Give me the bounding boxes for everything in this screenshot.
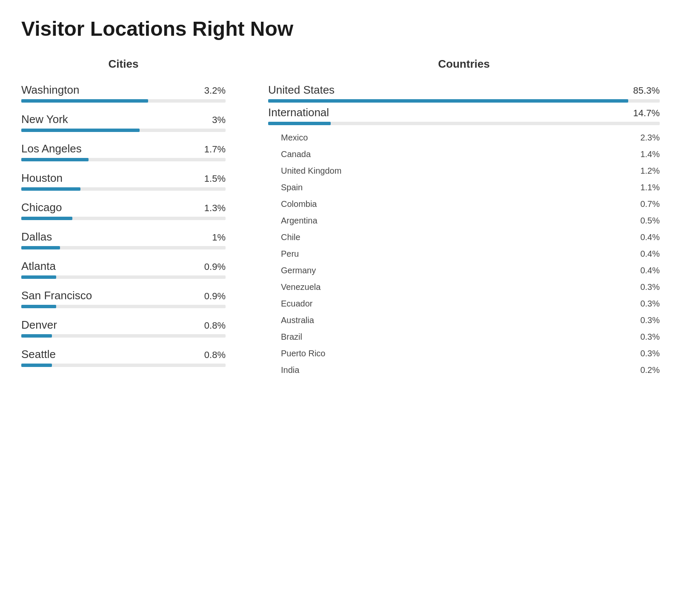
sub-country-item: Brazil 0.3%	[281, 329, 660, 345]
sub-country-item: India 0.2%	[281, 362, 660, 378]
sub-country-name: Mexico	[281, 133, 308, 143]
city-pct: 0.9%	[204, 261, 226, 272]
city-name: Seattle	[21, 348, 56, 361]
city-name: Atlanta	[21, 260, 56, 273]
city-name: New York	[21, 113, 68, 126]
city-name: Washington	[21, 83, 79, 97]
bar-track	[21, 246, 226, 249]
sub-country-pct: 0.4%	[640, 232, 660, 242]
city-name: Chicago	[21, 201, 62, 214]
sub-country-pct: 0.2%	[640, 365, 660, 375]
sub-country-pct: 1.4%	[640, 149, 660, 159]
cities-header: Cities	[21, 57, 226, 71]
city-item: New York 3%	[21, 113, 226, 132]
bar-fill	[21, 99, 148, 103]
country-name: United States	[268, 83, 335, 97]
city-name: Denver	[21, 318, 57, 332]
city-name: San Francisco	[21, 289, 92, 302]
bar-track	[21, 99, 226, 103]
sub-country-pct: 0.3%	[640, 282, 660, 292]
country-name: International	[268, 106, 329, 119]
cities-list: Washington 3.2% New York 3% Los Angeles …	[21, 83, 226, 367]
bar-track	[21, 275, 226, 279]
sub-country-pct: 0.4%	[640, 249, 660, 259]
sub-country-name: Australia	[281, 315, 314, 325]
city-item: Chicago 1.3%	[21, 201, 226, 220]
sub-country-item: Colombia 0.7%	[281, 196, 660, 212]
sub-country-pct: 2.3%	[640, 133, 660, 143]
city-pct: 1.3%	[204, 203, 226, 214]
bar-track	[21, 217, 226, 220]
bar-fill	[21, 217, 72, 220]
sub-country-item: Peru 0.4%	[281, 246, 660, 262]
sub-country-name: Ecuador	[281, 299, 313, 309]
city-pct: 0.8%	[204, 320, 226, 331]
sub-country-name: Venezuela	[281, 282, 320, 292]
cities-column: Cities Washington 3.2% New York 3% Los A…	[21, 57, 243, 377]
bar-fill	[21, 129, 140, 132]
country-pct: 85.3%	[633, 85, 660, 96]
bar-track	[268, 122, 660, 125]
sub-country-name: Canada	[281, 149, 311, 159]
sub-country-name: Puerto Rico	[281, 349, 326, 358]
countries-header: Countries	[268, 57, 660, 71]
bar-fill	[268, 122, 331, 125]
sub-country-name: India	[281, 365, 299, 375]
bar-fill	[21, 158, 89, 161]
country-main-item: United States 85.3%	[268, 83, 660, 103]
sub-country-name: Chile	[281, 232, 300, 242]
sub-country-pct: 0.7%	[640, 199, 660, 209]
city-pct: 1.7%	[204, 144, 226, 155]
sub-country-name: Peru	[281, 249, 299, 259]
city-item: Houston 1.5%	[21, 172, 226, 191]
countries-column: Countries United States 85.3% Internatio…	[243, 57, 660, 378]
bar-track	[268, 99, 660, 103]
city-item: Seattle 0.8%	[21, 348, 226, 367]
bar-track	[21, 129, 226, 132]
country-main-item: International 14.7%	[268, 106, 660, 125]
bar-track	[21, 364, 226, 367]
city-item: Dallas 1%	[21, 230, 226, 249]
bar-fill	[21, 305, 56, 308]
city-item: Atlanta 0.9%	[21, 260, 226, 279]
sub-country-name: Colombia	[281, 199, 317, 209]
bar-fill	[21, 187, 80, 191]
bar-track	[21, 158, 226, 161]
sub-country-item: Australia 0.3%	[281, 312, 660, 329]
sub-country-pct: 1.2%	[640, 166, 660, 176]
sub-country-item: Venezuela 0.3%	[281, 279, 660, 295]
bar-fill	[268, 99, 628, 103]
sub-country-name: Spain	[281, 183, 303, 192]
sub-country-item: Puerto Rico 0.3%	[281, 345, 660, 362]
bar-fill	[21, 246, 60, 249]
sub-country-pct: 0.3%	[640, 349, 660, 358]
bar-track	[21, 334, 226, 338]
sub-country-item: Mexico 2.3%	[281, 129, 660, 146]
city-pct: 1%	[212, 232, 226, 243]
sub-country-pct: 1.1%	[640, 183, 660, 192]
sub-country-name: Germany	[281, 266, 316, 275]
page-title: Visitor Locations Right Now	[21, 17, 660, 40]
sub-country-pct: 0.3%	[640, 299, 660, 309]
bar-fill	[21, 334, 52, 338]
sub-country-item: Argentina 0.5%	[281, 212, 660, 229]
city-name: Los Angeles	[21, 142, 82, 155]
city-pct: 3.2%	[204, 85, 226, 96]
bar-track	[21, 305, 226, 308]
bar-track	[21, 187, 226, 191]
city-item: Los Angeles 1.7%	[21, 142, 226, 161]
sub-country-item: Chile 0.4%	[281, 229, 660, 246]
bar-fill	[21, 275, 56, 279]
city-name: Dallas	[21, 230, 52, 244]
sub-country-item: Ecuador 0.3%	[281, 295, 660, 312]
sub-country-pct: 0.4%	[640, 266, 660, 275]
sub-countries-list: Mexico 2.3% Canada 1.4% United Kingdom 1…	[281, 129, 660, 378]
sub-country-item: Canada 1.4%	[281, 146, 660, 163]
sub-country-pct: 0.3%	[640, 332, 660, 342]
city-pct: 0.8%	[204, 350, 226, 361]
city-pct: 1.5%	[204, 173, 226, 184]
sub-country-item: Germany 0.4%	[281, 262, 660, 279]
sub-country-name: Brazil	[281, 332, 302, 342]
sub-country-item: United Kingdom 1.2%	[281, 163, 660, 179]
sub-country-name: United Kingdom	[281, 166, 341, 176]
